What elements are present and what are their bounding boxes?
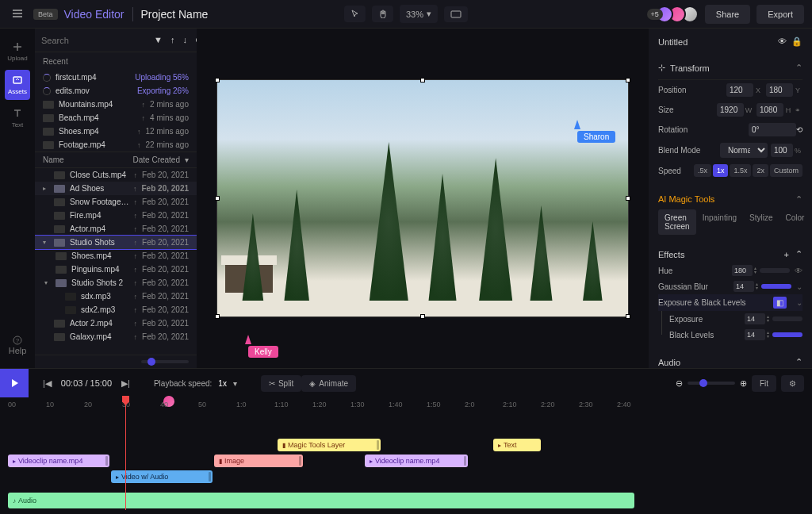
lock-icon[interactable]: 🔒 (791, 36, 802, 47)
animate-button[interactable]: ◈ Animate (301, 375, 356, 392)
timeline-ruler[interactable]: 0010203040501:01:101:201:301:401:502:02:… (8, 397, 804, 415)
rotation-input[interactable] (749, 123, 796, 136)
expand-icon[interactable]: ⌄ (796, 298, 802, 307)
nav-upload[interactable]: Upload (5, 36, 30, 67)
ai-tab[interactable]: Color (779, 209, 811, 235)
sort-down-icon[interactable]: ↓ (179, 33, 190, 47)
resize-handle[interactable] (626, 314, 630, 319)
split-button[interactable]: ✂ Split (261, 375, 301, 392)
exposure-slider[interactable] (772, 316, 802, 321)
file-row[interactable]: ▾Studio Shots 2↑Feb 20, 2021 (35, 276, 197, 290)
file-row[interactable]: Shoes.mp4↑Feb 20, 2021 (35, 249, 197, 263)
resize-handle[interactable] (215, 314, 220, 319)
ai-tab[interactable]: Green Screen (658, 209, 696, 235)
file-row[interactable]: Actor.mp4↑Feb 20, 2021 (35, 222, 197, 236)
expand-icon[interactable]: ⌄ (796, 282, 802, 291)
settings-button[interactable]: ⚙ (781, 375, 804, 392)
file-row[interactable]: Fire.mp4↑Feb 20, 2021 (35, 209, 197, 222)
position-x[interactable] (726, 83, 753, 97)
layer-title[interactable]: Untitled (658, 37, 778, 47)
blend-mode-select[interactable]: Normal (720, 143, 768, 158)
export-button[interactable]: Export (756, 5, 804, 24)
file-row[interactable]: Actor 2.mp4↑Feb 20, 2021 (35, 316, 197, 330)
timeline-zoom-slider[interactable] (688, 382, 735, 385)
file-row[interactable]: sdx2.mp3↑Feb 20, 2021 (35, 303, 197, 316)
file-row[interactable]: Shoes.mp4↑12 mins ago (35, 125, 197, 138)
clip-magic-tools[interactable]: ▮Magic Tools Layer (278, 439, 381, 451)
resize-handle[interactable] (626, 78, 630, 82)
position-y[interactable] (766, 83, 793, 97)
speed-option[interactable]: 1x (713, 164, 729, 177)
timeline-tracks[interactable]: ▮Magic Tools Layer ▸Text ▸Videoclip name… (0, 415, 812, 508)
file-row[interactable]: ▾Studio Shots↑Feb 20, 2021 (35, 236, 197, 249)
clip-video-audio[interactable]: ▸Video w/ Audio (111, 470, 213, 483)
effect-toggle-icon[interactable]: ◧ (773, 297, 787, 309)
speed-option[interactable]: .5x (694, 164, 711, 177)
file-row[interactable]: Mountains.mp4↑2 mins ago (35, 98, 197, 111)
nav-text[interactable]: Text (5, 103, 30, 133)
blur-slider[interactable] (761, 284, 791, 289)
size-h[interactable] (756, 103, 783, 117)
clip-audio[interactable]: ♪Audio (8, 493, 634, 508)
cursor-tool[interactable] (344, 6, 366, 22)
clip-text[interactable]: ▸Text (493, 439, 541, 451)
file-row[interactable]: Footage.mp4↑22 mins ago (35, 138, 197, 152)
file-row[interactable]: sdx.mp3↑Feb 20, 2021 (35, 290, 197, 303)
playback-speed[interactable]: Playback speed: 1x ▾ (154, 379, 237, 388)
file-row[interactable]: Beach.mp4↑4 mins ago (35, 111, 197, 125)
thumbnail-size-slider[interactable] (141, 360, 189, 363)
project-name[interactable]: Project Name (141, 8, 209, 21)
clip-video[interactable]: ▸Videoclip name.mp4 (8, 455, 109, 467)
ai-magic-section[interactable]: AI Magic Tools⌃ (658, 190, 802, 209)
sort-up-icon[interactable]: ↑ (167, 33, 178, 47)
search-input[interactable] (41, 36, 151, 45)
filter-icon[interactable]: ▼ (151, 33, 166, 47)
next-frame-button[interactable]: ▶| (121, 378, 130, 389)
file-row[interactable]: Galaxy.mp4↑Feb 20, 2021 (35, 330, 197, 343)
play-button[interactable] (0, 369, 29, 397)
file-row[interactable]: edits.movExporting 26% (35, 84, 197, 98)
hue-slider[interactable] (760, 268, 790, 273)
effects-collapse[interactable]: ⌃ (795, 249, 802, 259)
speed-option[interactable]: Custom (770, 164, 802, 177)
playhead[interactable] (125, 397, 126, 510)
speed-option[interactable]: 2x (753, 164, 768, 177)
clip-video[interactable]: ▸Videoclip name.mp4 (365, 455, 468, 467)
video-frame[interactable]: Sharon Kelly (216, 79, 629, 317)
collaborator-avatars[interactable]: +5 (647, 6, 699, 23)
file-row[interactable]: Close Cuts.mp4↑Feb 20, 2021 (35, 168, 197, 182)
file-row[interactable]: Pinguins.mp4↑Feb 20, 2021 (35, 263, 197, 276)
column-header[interactable]: Name Date Created ▾ (35, 152, 197, 168)
add-effect-button[interactable]: + (784, 250, 789, 259)
prev-frame-button[interactable]: |◀ (43, 378, 52, 389)
visibility-icon[interactable]: 👁 (795, 267, 802, 275)
canvas-area[interactable]: Sharon Kelly (197, 29, 649, 368)
file-row[interactable]: firstcut.mp4Uploading 56% (35, 71, 197, 84)
flip-icon[interactable]: ⟲ (796, 125, 802, 134)
blacklevels-slider[interactable] (772, 332, 802, 337)
visibility-icon[interactable]: 👁 (778, 36, 787, 47)
blend-opacity[interactable] (771, 144, 793, 157)
share-button[interactable]: Share (705, 5, 750, 24)
zoom-out-icon[interactable]: ⊖ (676, 378, 683, 389)
nav-help[interactable]: ? Help (5, 330, 30, 360)
clip-image[interactable]: ▮Image (214, 455, 303, 467)
display-mode[interactable] (444, 6, 468, 22)
fit-button[interactable]: Fit (752, 375, 776, 392)
zoom-dropdown[interactable]: 33% ▾ (400, 5, 438, 23)
resize-handle[interactable] (626, 196, 630, 201)
size-w[interactable] (717, 103, 744, 117)
hand-tool[interactable] (372, 6, 393, 22)
file-row[interactable]: Snow Footage.mp4↑Feb 20, 2021 (35, 195, 197, 209)
resize-handle[interactable] (420, 78, 425, 82)
speed-option[interactable]: 1.5x (730, 164, 751, 177)
audio-header[interactable]: Audio⌃ (658, 354, 802, 368)
zoom-in-icon[interactable]: ⊕ (740, 378, 747, 389)
resize-handle[interactable] (420, 314, 425, 319)
resize-handle[interactable] (215, 78, 220, 82)
nav-assets[interactable]: Assets (5, 70, 30, 100)
file-row[interactable]: ▸Ad Shoes↑Feb 20, 2021 (35, 182, 197, 195)
resize-handle[interactable] (215, 196, 220, 201)
lock-aspect-icon[interactable]: ⚭ (793, 106, 802, 114)
transform-section[interactable]: ⊹Transform⌃ (658, 56, 802, 80)
